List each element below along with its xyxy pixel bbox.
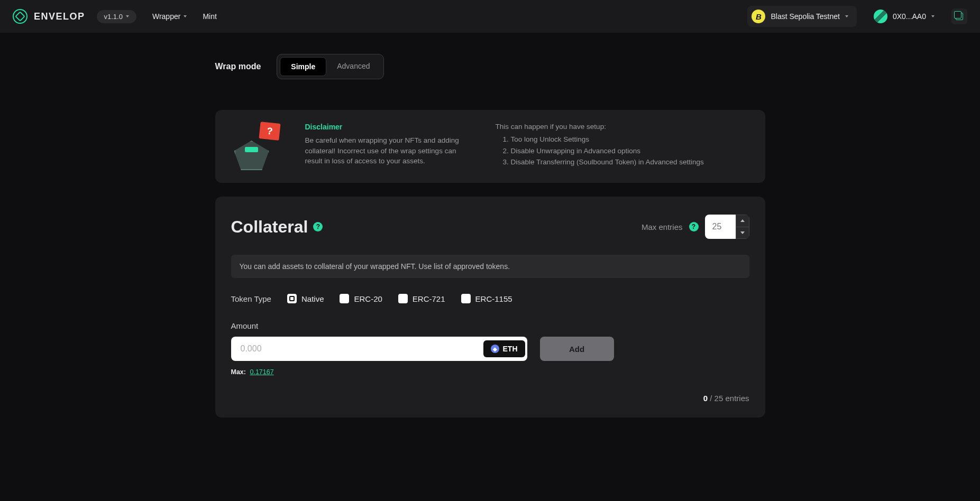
copy-address-button[interactable]: [951, 8, 967, 24]
chevron-up-icon: [740, 219, 745, 222]
max-entries-input[interactable]: [705, 215, 736, 239]
nav-wrapper[interactable]: Wrapper: [152, 12, 187, 21]
disclaimer-text-block: Disclaimer Be careful when wrapping your…: [305, 123, 474, 170]
token-type-erc721-label: ERC-721: [413, 294, 445, 303]
version-selector[interactable]: v1.1.0: [97, 10, 136, 23]
collateral-title-block: Collateral ?: [231, 217, 323, 237]
currency-label: ETH: [503, 345, 518, 353]
robot-icon: [234, 141, 269, 170]
chevron-down-icon: [845, 15, 848, 17]
disclaimer-conditions-list: Too long Unlock Settings Disable Unwrapp…: [496, 134, 749, 168]
brand-mark-icon: [10, 6, 31, 27]
header: ENVELOP v1.1.0 Wrapper Mint B Blast Sepo…: [0, 0, 980, 33]
wallet-address: 0X0...AA0: [893, 12, 926, 21]
disclaimer-condition: Too long Unlock Settings: [503, 134, 749, 145]
network-icon: B: [752, 10, 765, 23]
brand-logo[interactable]: ENVELOP: [13, 9, 85, 24]
collateral-panel: Collateral ? Max entries ? You can add a…: [215, 197, 765, 418]
collateral-title: Collateral: [231, 217, 308, 237]
help-icon[interactable]: ?: [313, 222, 323, 231]
collateral-header: Collateral ? Max entries ?: [231, 215, 749, 239]
nav-mint[interactable]: Mint: [203, 12, 216, 21]
wrap-mode-row: Wrap mode Simple Advanced: [215, 54, 765, 79]
version-label: v1.1.0: [104, 13, 123, 21]
max-entries-input-wrap: [705, 215, 749, 239]
currency-chip[interactable]: ◆ ETH: [483, 340, 525, 357]
radio-icon: [340, 294, 349, 303]
wrap-mode-advanced[interactable]: Advanced: [326, 57, 380, 76]
disclaimer-conditions-title: This can happen if you have setup:: [496, 123, 749, 131]
disclaimer-illustration-icon: ?: [231, 123, 284, 170]
entries-total: 25: [715, 394, 723, 403]
max-entries-label: Max entries: [642, 222, 683, 231]
token-type-erc1155[interactable]: ERC-1155: [461, 294, 512, 303]
chevron-down-icon: [184, 15, 187, 17]
wrap-mode-toggle: Simple Advanced: [277, 54, 383, 79]
stepper-up-button[interactable]: [736, 215, 749, 227]
network-selector[interactable]: B Blast Sepolia Testnet: [747, 6, 857, 27]
chevron-down-icon: [126, 15, 129, 17]
disclaimer-condition: Disable Unwrapping in Advanced options: [503, 145, 749, 157]
token-type-erc20[interactable]: ERC-20: [340, 294, 382, 303]
amount-row: ◆ ETH Add: [231, 337, 749, 361]
main-nav: Wrapper Mint: [152, 12, 217, 21]
entries-current: 0: [703, 394, 708, 403]
flag-icon: ?: [259, 122, 280, 141]
disclaimer-title: Disclaimer: [305, 123, 474, 131]
wrap-mode-label: Wrap mode: [215, 62, 261, 71]
max-value-link[interactable]: 0.17167: [250, 368, 273, 376]
entries-suffix: entries: [725, 394, 749, 403]
token-type-erc20-label: ERC-20: [354, 294, 382, 303]
token-type-row: Token Type Native ERC-20 ERC-721 ERC-115…: [231, 294, 749, 303]
add-button[interactable]: Add: [540, 337, 614, 361]
nav-wrapper-label: Wrapper: [152, 12, 180, 21]
wallet-selector[interactable]: 0X0...AA0: [868, 6, 940, 26]
token-type-erc1155-label: ERC-1155: [475, 294, 512, 303]
copy-icon: [956, 13, 963, 20]
disclaimer-condition: Disable Transferring (Soulbound Token) i…: [503, 156, 749, 168]
eth-icon: ◆: [491, 345, 499, 353]
chevron-down-icon: [740, 231, 745, 234]
token-type-label: Token Type: [231, 294, 271, 303]
nav-mint-label: Mint: [203, 12, 216, 21]
wrap-mode-simple[interactable]: Simple: [280, 57, 326, 76]
token-type-native[interactable]: Native: [287, 294, 324, 303]
radio-icon: [461, 294, 471, 303]
radio-icon: [287, 294, 297, 303]
amount-input-wrap: ◆ ETH: [231, 337, 527, 361]
max-label: Max:: [231, 368, 246, 376]
help-icon[interactable]: ?: [689, 222, 699, 231]
entries-count: 0 / 25 entries: [231, 394, 749, 403]
token-type-native-label: Native: [301, 294, 324, 303]
token-type-erc721[interactable]: ERC-721: [398, 294, 445, 303]
stepper-down-button[interactable]: [736, 227, 749, 239]
amount-block: Amount ◆ ETH Add Max: 0.17167: [231, 321, 749, 376]
chevron-down-icon: [931, 15, 935, 17]
disclaimer-panel: ? Disclaimer Be careful when wrapping yo…: [215, 110, 765, 183]
brand-name: ENVELOP: [34, 11, 85, 22]
max-entries-block: Max entries ?: [642, 215, 749, 239]
network-name: Blast Sepolia Testnet: [771, 12, 840, 21]
disclaimer-body: Be careful when wrapping your NFTs and a…: [305, 135, 474, 166]
radio-icon: [398, 294, 408, 303]
amount-input[interactable]: [233, 344, 483, 354]
max-entries-steppers: [736, 215, 749, 239]
collateral-info-strip: You can add assets to collateral of your…: [231, 255, 749, 278]
main-content: Wrap mode Simple Advanced ? Disclaimer B…: [215, 33, 765, 439]
disclaimer-conditions-block: This can happen if you have setup: Too l…: [496, 123, 749, 170]
amount-label: Amount: [231, 321, 749, 330]
max-line: Max: 0.17167: [231, 368, 749, 376]
wallet-avatar-icon: [874, 10, 887, 23]
